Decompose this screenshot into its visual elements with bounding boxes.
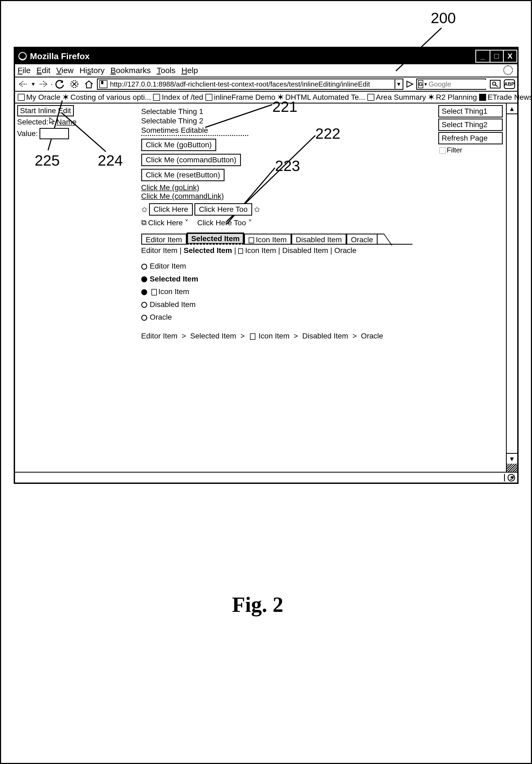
train-nav: Editor Item Selected Item Icon Item Disa… — [141, 260, 413, 324]
click-here-too-menu[interactable]: Click Here Too ˅ — [197, 218, 252, 227]
copy-icon[interactable]: ⧉ — [141, 218, 147, 227]
tab-selected-item[interactable]: Selected Item — [187, 233, 244, 245]
bookmark-label: ETrade News - Topix — [488, 93, 532, 101]
train-selected-item[interactable]: Selected Item — [141, 273, 413, 286]
select-thing1-button[interactable]: Select Thing1 — [438, 105, 503, 117]
selected-value: Name — [57, 118, 76, 126]
stop-button[interactable] — [68, 79, 81, 90]
chevron-down-icon: ˅ — [248, 219, 252, 227]
star-icon[interactable]: ✩ — [254, 205, 260, 214]
home-button[interactable] — [82, 79, 95, 90]
filter-checkbox[interactable] — [439, 147, 446, 154]
content-area: Start Inline Edit Selected: Name Value: … — [15, 103, 517, 472]
bookmark-costing[interactable]: ✶Costing of various opti... — [63, 93, 151, 101]
url-input[interactable] — [109, 80, 394, 89]
bookmark-label: My Oracle — [26, 93, 61, 101]
start-inline-edit-button[interactable]: Start Inline Edit — [17, 105, 74, 116]
bookmark-label: Index of /ted — [162, 93, 203, 101]
tab-editor-item[interactable]: Editor Item — [141, 234, 187, 245]
menu-tools[interactable]: Tools — [156, 65, 179, 76]
back-dropdown[interactable]: ▾ — [32, 81, 35, 88]
callout-222: 222 — [315, 125, 340, 142]
train-disabled-item: Disabled Item — [141, 298, 413, 311]
pipe-icon-item[interactable]: Icon Item — [245, 246, 276, 255]
bookmark-inlineframe[interactable]: inlineFrame Demo — [205, 93, 276, 101]
back-button[interactable] — [17, 79, 30, 90]
menu-view[interactable]: View — [55, 65, 77, 76]
doc-icon — [238, 248, 243, 254]
firefox-icon — [17, 51, 28, 62]
url-dropdown[interactable]: ▼ — [394, 80, 403, 89]
crumb-oracle[interactable]: Oracle — [361, 332, 383, 340]
crumb-icon[interactable]: Icon Item — [259, 332, 290, 340]
go-link[interactable]: Click Me (goLink) — [141, 183, 199, 192]
train-editor-item[interactable]: Editor Item — [141, 260, 413, 273]
reset-button-control[interactable]: Click Me (resetButton) — [141, 169, 225, 181]
bookmark-index-ted[interactable]: Index of /ted — [153, 93, 203, 101]
pic-icon — [479, 94, 486, 101]
sometimes-editable[interactable]: Sometimes Editable — [141, 125, 413, 136]
command-button-control[interactable]: Click Me (commandButton) — [141, 154, 241, 166]
filter-label: Filter — [447, 146, 463, 154]
status-separator — [504, 474, 505, 481]
close-button[interactable]: X — [503, 51, 516, 62]
status-bar — [15, 472, 517, 482]
search-engine-icon[interactable]: G — [418, 80, 424, 88]
menu-edit[interactable]: Edit — [36, 65, 54, 76]
tab-icon-item[interactable]: Icon Item — [244, 234, 291, 245]
pipe-selected-item[interactable]: Selected Item — [184, 246, 232, 255]
bookmark-my-oracle[interactable]: My Oracle — [18, 93, 61, 101]
callout-224: 224 — [98, 152, 123, 169]
minimize-button[interactable]: _ — [476, 51, 489, 62]
menu-file[interactable]: File — [17, 65, 34, 76]
throbber-icon — [503, 65, 513, 75]
scroll-up-icon[interactable]: ▴ — [507, 103, 517, 114]
vertical-scrollbar[interactable]: ▴ ▾ — [506, 103, 517, 472]
scroll-down-icon[interactable]: ▾ — [507, 453, 517, 464]
window-buttons: _ □ X — [475, 50, 517, 63]
go-button-control[interactable]: Click Me (goButton) — [141, 139, 216, 151]
forward-button[interactable] — [36, 79, 49, 90]
browser-window: Mozilla Firefox _ □ X File Edit View His… — [14, 47, 519, 484]
callout-200: 200 — [431, 9, 456, 27]
menu-history[interactable]: History — [78, 65, 108, 76]
menu-help[interactable]: Help — [181, 65, 202, 76]
value-input[interactable] — [40, 128, 69, 139]
search-engine-dropdown[interactable]: ▾ — [424, 81, 427, 88]
search-go-button[interactable] — [490, 80, 501, 89]
refresh-page-button[interactable]: Refresh Page — [438, 132, 503, 144]
train-label: Icon Item — [159, 287, 189, 296]
resize-grip-icon[interactable] — [507, 464, 517, 472]
toolbar-separator: · — [51, 80, 52, 89]
bookmark-area-summary[interactable]: Area Summary — [367, 93, 426, 101]
click-here-too-button[interactable]: Click Here Too — [195, 203, 252, 216]
callout-223: 223 — [275, 157, 300, 174]
train-oracle[interactable]: Oracle — [141, 311, 413, 324]
callout-221: 221 — [272, 98, 297, 115]
bookmark-r2-planning[interactable]: ✶R2 Planning — [428, 93, 477, 101]
pipe-editor-item[interactable]: Editor Item — [141, 246, 178, 255]
train-icon-item[interactable]: Icon Item — [141, 285, 413, 298]
abp-icon[interactable]: ABP — [504, 79, 515, 89]
toolbar-row-2: ⧉ Click Here ˅ Click Here Too ˅ — [141, 218, 413, 227]
crumb-selected[interactable]: Selected Item — [190, 332, 236, 340]
tab-oracle[interactable]: Oracle — [346, 234, 378, 245]
select-thing2-button[interactable]: Select Thing2 — [438, 118, 503, 131]
click-here-menu[interactable]: Click Here ˅ — [148, 218, 189, 227]
command-link[interactable]: Click Me (commandLink) — [141, 192, 224, 200]
selectable-thing-2[interactable]: Selectable Thing 2 — [141, 116, 413, 125]
go-button[interactable] — [405, 79, 415, 89]
url-bar[interactable]: ▘ ▼ — [97, 79, 403, 90]
search-input[interactable] — [428, 80, 516, 89]
search-bar[interactable]: G ▾ — [416, 79, 486, 90]
train-label: Editor Item — [150, 262, 186, 270]
click-here-button[interactable]: Click Here — [149, 203, 193, 216]
reload-button[interactable] — [54, 79, 66, 90]
pipe-oracle[interactable]: Oracle — [334, 246, 356, 255]
bookmark-etrade[interactable]: ETrade News - Topix — [479, 93, 532, 101]
bookmarks-bar: My Oracle ✶Costing of various opti... In… — [15, 92, 517, 103]
maximize-button[interactable]: □ — [489, 51, 503, 62]
star-icon[interactable]: ✩ — [141, 205, 147, 214]
menu-bookmarks[interactable]: Bookmarks — [109, 65, 154, 76]
crumb-editor[interactable]: Editor Item — [141, 332, 178, 340]
